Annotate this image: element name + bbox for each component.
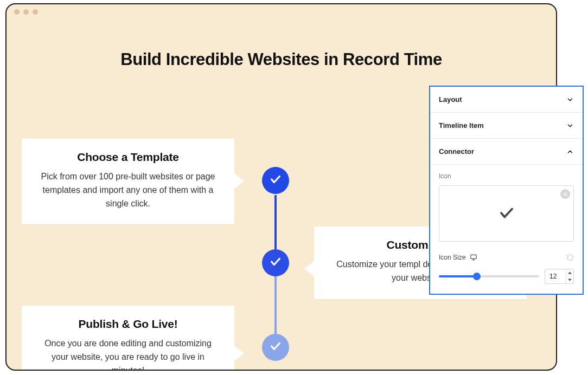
checkmark-icon (270, 256, 282, 270)
slider-thumb[interactable] (473, 273, 481, 280)
traffic-light-minimize-icon (23, 9, 29, 15)
chevron-up-icon (566, 148, 574, 156)
chevron-down-icon (566, 96, 574, 104)
chevron-down-icon (566, 122, 574, 130)
icon-size-value: 12 (545, 269, 566, 283)
accordion-timeline-item[interactable]: Timeline Item (430, 113, 583, 139)
icon-size-input[interactable]: 12 (545, 269, 574, 284)
desktop-icon[interactable] (470, 254, 477, 261)
card-pointer-icon (304, 261, 314, 276)
card-title: Choose a Template (36, 151, 220, 164)
accordion-connector[interactable]: Connector (430, 139, 583, 165)
timeline-card: Choose a Template Pick from over 100 pre… (22, 139, 234, 224)
accordion-layout[interactable]: Layout (430, 87, 583, 113)
page-title: Build Incredible Websites in Record Time (7, 50, 556, 69)
settings-panel: Layout Timeline Item Connector Icon (429, 86, 584, 295)
card-title: Publish & Go Live! (36, 318, 220, 331)
traffic-light-zoom-icon (33, 9, 38, 15)
checkmark-icon (498, 205, 515, 223)
timeline-dot (262, 334, 289, 361)
card-pointer-icon (234, 346, 244, 361)
accordion-label: Connector (439, 147, 474, 156)
window-titlebar (7, 4, 556, 20)
stepper-down[interactable] (566, 276, 573, 283)
card-pointer-icon (234, 173, 244, 189)
svg-marker-5 (568, 271, 572, 274)
accordion-label: Timeline Item (439, 121, 484, 130)
icon-picker[interactable] (439, 185, 574, 242)
checkmark-icon (270, 173, 282, 188)
svg-marker-6 (568, 279, 572, 281)
stepper-up[interactable] (566, 269, 573, 276)
checkmark-icon (270, 340, 282, 354)
close-icon (563, 190, 568, 198)
timeline-dot (262, 167, 289, 194)
timeline-track (274, 167, 277, 364)
clear-icon-button[interactable] (560, 189, 570, 199)
svg-rect-2 (471, 255, 477, 258)
traffic-light-close-icon (14, 9, 20, 15)
timeline-dot (262, 249, 289, 276)
icon-size-slider[interactable] (439, 271, 539, 281)
card-body: Once you are done editing and customizin… (36, 337, 220, 371)
field-label-icon: Icon (439, 172, 574, 180)
accordion-label: Layout (439, 95, 462, 104)
accordion-body: Icon Icon Size (430, 165, 583, 294)
reset-icon[interactable] (566, 254, 574, 261)
card-body: Pick from over 100 pre-built websites or… (36, 170, 220, 210)
field-label-icon-size: Icon Size (439, 254, 465, 261)
timeline-card: Publish & Go Live! Once you are done edi… (22, 306, 234, 371)
